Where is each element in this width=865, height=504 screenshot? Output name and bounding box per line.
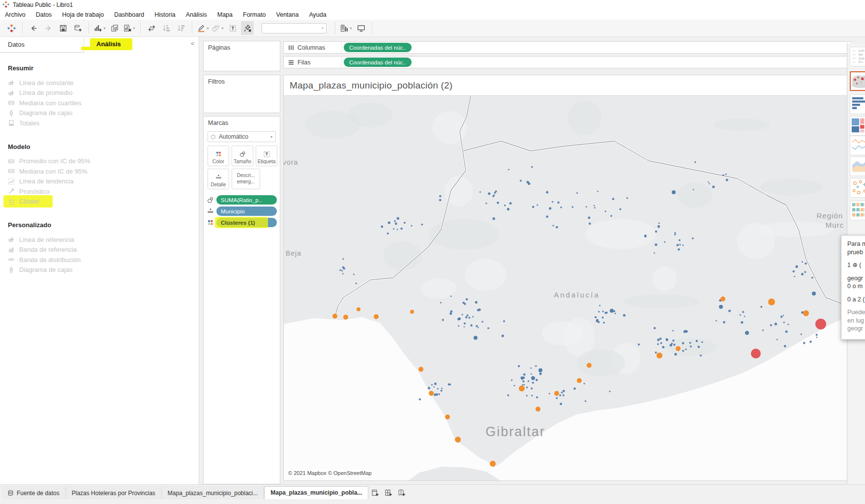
map-canvas[interactable]: voraBejaAndalucíaRegiónMurcGibraltar — [284, 96, 852, 481]
section-title: Personalizado — [8, 221, 199, 229]
text-table-thumb[interactable]: 12343662020471 — [850, 47, 865, 66]
collapse-pane-icon[interactable]: < — [191, 40, 195, 47]
mark-type-value: Automático — [219, 133, 248, 140]
orange-cluster-point — [490, 461, 496, 467]
undo-button[interactable] — [27, 21, 40, 35]
tab-datos[interactable]: Datos — [8, 41, 25, 48]
menu-mapa[interactable]: Mapa — [217, 11, 233, 18]
analysis-item-pron-stico[interactable]: Pronóstico — [8, 186, 199, 197]
new-worksheet-tab-button[interactable] — [368, 486, 382, 499]
show-mark-labels-button[interactable] — [226, 21, 239, 35]
svg-text:2020: 2020 — [858, 57, 865, 60]
sheet-tab-2[interactable]: Plazas Hoteleras por Provincias — [66, 486, 162, 499]
tamaño-button[interactable]: Tamaño — [232, 146, 253, 166]
sort-descending-button[interactable] — [175, 21, 187, 35]
analysis-item-mediana-con-ic-de-95-[interactable]: Mediana con IC de 95% — [8, 166, 199, 177]
analysis-item-l-nea-de-constante[interactable]: Línea de constante — [8, 78, 199, 88]
tableau-app-icon — [2, 1, 9, 9]
menu-ayuda[interactable]: Ayuda — [309, 11, 326, 18]
bar-chart-thumb[interactable] — [850, 94, 865, 114]
chevron-down-icon: ▾ — [207, 26, 209, 30]
pages-card[interactable]: Páginas — [203, 41, 280, 71]
analysis-item-mediana-con-cuartiles[interactable]: Mediana con cuartiles — [8, 98, 199, 108]
analysis-item-totales[interactable]: Totales — [8, 118, 199, 128]
bars-line-icon — [8, 236, 15, 243]
add-data-button[interactable] — [71, 21, 84, 35]
rows-pill[interactable]: Coordenadas del núc.. — [344, 58, 412, 67]
swap-rows-columns-button[interactable] — [145, 21, 158, 35]
etiqueta-button[interactable]: Etiqueta — [256, 146, 277, 166]
show-me-toggle-button[interactable]: ▾ — [340, 21, 353, 35]
new-worksheet-button[interactable]: ▾ — [93, 21, 106, 35]
menu-archivo[interactable]: Archivo — [5, 11, 26, 18]
map-attribution[interactable]: © 2021 Mapbox © OpenStreetMap — [286, 470, 374, 476]
detail-icon — [207, 208, 214, 215]
analysis-item-diagrama-de-cajas[interactable]: Diagrama de cajas — [8, 108, 199, 119]
heatmap-thumb[interactable] — [850, 201, 865, 220]
duplicate-sheet-button[interactable] — [108, 21, 121, 35]
analysis-item-cl-ster[interactable]: Clúster — [8, 197, 199, 207]
map-view[interactable]: voraBejaAndalucíaRegiónMurcGibraltar © 2… — [283, 96, 852, 481]
scatter-plot-thumb[interactable] — [850, 178, 865, 198]
descri-button[interactable]: Descri...emerg... — [232, 169, 260, 189]
orange-cluster-point — [768, 298, 775, 305]
analysis-item-diagrama-de-cajas[interactable]: Diagrama de cajas — [8, 265, 199, 275]
redo-button[interactable] — [42, 21, 55, 35]
clear-sheet-button[interactable]: ▾ — [123, 21, 136, 35]
save-button[interactable] — [57, 21, 69, 35]
orange-cluster-point — [554, 391, 559, 396]
symbol-map-thumb[interactable] — [850, 71, 865, 91]
menu-hoja-de-trabajo[interactable]: Hoja de trabajo — [62, 11, 104, 18]
pill-suma-ratio-p-[interactable]: SUMA(Ratio_p.. — [216, 195, 277, 205]
tableau-logo[interactable] — [5, 21, 18, 35]
tab-analisis[interactable]: Análisis — [96, 40, 121, 48]
menu-dashboard[interactable]: Dashboard — [114, 11, 144, 18]
analysis-item-l-nea-de-tendencia[interactable]: Línea de tendencia — [8, 177, 199, 187]
highlight-button[interactable]: ▾ — [197, 21, 209, 35]
format-links-button[interactable]: ▾ — [211, 21, 224, 35]
sort-ascending-button[interactable] — [160, 21, 173, 35]
analysis-item-banda-de-distribuci-n[interactable]: Banda de distribución — [8, 255, 199, 265]
orange-cluster-point — [357, 307, 360, 311]
treemap-thumb[interactable] — [850, 116, 865, 136]
analysis-item-banda-de-referencia[interactable]: Banda de referencia — [8, 245, 199, 255]
analysis-item-l-nea-de-referencia[interactable]: Línea de referencia — [8, 235, 199, 245]
boxplot-icon — [8, 267, 15, 273]
analysis-item-promedio-con-ic-de-95-[interactable]: Promedio con IC de 95% — [8, 156, 199, 167]
rows-shelf[interactable]: Filas Coordenadas del núc.. — [283, 56, 852, 68]
menu-historia[interactable]: Historia — [154, 11, 175, 18]
sheet-tab-1[interactable]: Fuente de datos — [1, 486, 66, 499]
title-bar: Tableau Public - Libro1 — [0, 0, 865, 10]
svg-text:471: 471 — [858, 60, 863, 63]
new-dashboard-tab-button[interactable] — [382, 486, 395, 499]
presentation-mode-button[interactable] — [355, 21, 367, 35]
detalle-button[interactable]: Detalle — [208, 169, 229, 189]
analysis-item-l-nea-de-promedio[interactable]: Línea de promedio — [8, 88, 199, 98]
new-story-tab-button[interactable] — [395, 486, 408, 499]
fix-axes-button[interactable] — [241, 21, 254, 35]
sheet-tab-3[interactable]: Mapa_plazas_municipio_poblaci... — [162, 486, 264, 499]
columns-pill[interactable]: Coordenadas del núc.. — [344, 43, 412, 52]
area-chart-thumb[interactable] — [850, 156, 865, 176]
orange-cluster-point — [445, 415, 450, 419]
menu-datos[interactable]: Datos — [36, 11, 52, 18]
mark-type-dropdown[interactable]: Automático ▾ — [208, 131, 276, 142]
color-button[interactable]: Color — [208, 146, 229, 166]
sheet-tab-4[interactable]: Mapa_plazas_municipio_pobla... — [264, 486, 368, 499]
line-chart-thumb[interactable] — [850, 136, 865, 155]
pages-card-label: Páginas — [204, 41, 280, 51]
menu-ventana[interactable]: Ventana — [276, 11, 299, 18]
toolbar-separator — [89, 22, 89, 34]
refband-icon — [8, 246, 15, 253]
pill-municipio[interactable]: Municipio — [216, 207, 277, 216]
menu-análisis[interactable]: Análisis — [186, 11, 207, 18]
bars-line-icon — [8, 79, 15, 86]
menu-formato[interactable]: Formato — [243, 11, 266, 18]
columns-shelf[interactable]: Columnas Coordenadas del núc.. — [283, 41, 852, 54]
orange-cluster-point — [410, 310, 414, 314]
orange-cluster-point — [519, 385, 525, 391]
filters-card[interactable]: Filtros — [203, 75, 280, 113]
pill-cl-steres-1-[interactable]: Clústeres (1) — [216, 218, 277, 227]
toolbar-combobox[interactable]: ▾ — [262, 23, 327, 33]
map-label-murc: Murc — [826, 221, 844, 229]
